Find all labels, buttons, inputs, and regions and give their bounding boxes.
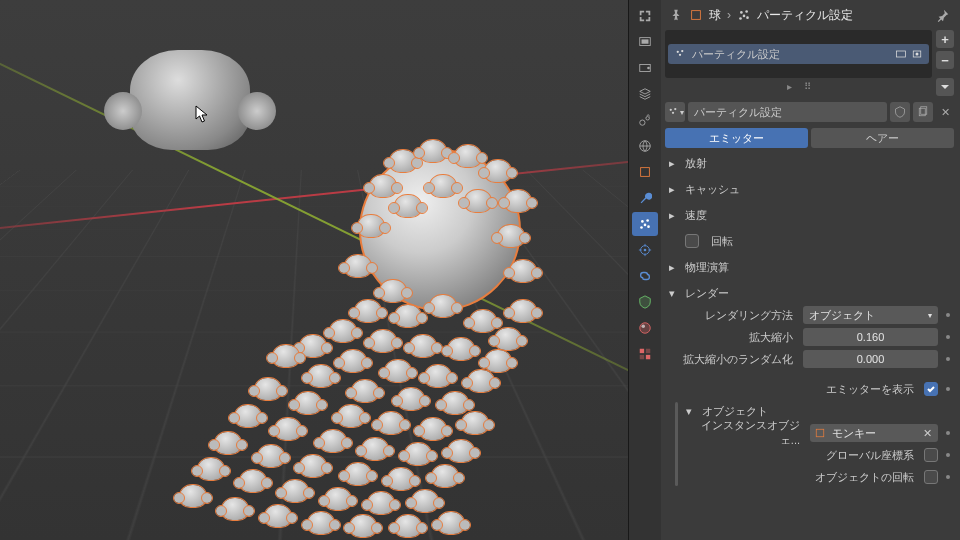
svg-point-24 [743,15,746,18]
particle-slot-icon [674,48,686,60]
datablock-browse-button[interactable]: ▾ [665,102,685,122]
data-tab[interactable] [632,290,658,314]
material-tab[interactable] [632,316,658,340]
keyframe-dot[interactable] [946,431,950,435]
pin-icon[interactable] [669,8,683,22]
object-name: 球 [709,7,721,24]
particle-settings-icon [737,8,751,22]
svg-rect-38 [816,429,824,437]
3d-viewport[interactable] [0,0,628,540]
svg-rect-30 [897,51,906,57]
unlink-datablock-button[interactable]: ✕ [936,103,954,121]
pin-toggle-icon[interactable] [936,8,950,22]
svg-rect-1 [642,39,649,43]
property-tabs [629,0,661,540]
svg-point-9 [646,219,649,222]
new-datablock-button[interactable] [913,102,933,122]
svg-point-25 [739,17,742,20]
datablock-field: ▾ パーティクル設定 ✕ [665,102,954,122]
particle-instances [0,0,628,540]
properties-editor: 球 › パーティクル設定 パーティクル設定 [628,0,960,540]
svg-rect-18 [646,349,650,353]
svg-point-33 [669,109,671,111]
keyframe-dot[interactable] [946,453,950,457]
svg-rect-19 [640,355,644,359]
list-resize-handle[interactable]: ▸ [787,81,792,92]
rotation-section-header[interactable]: ▸回転 [665,230,954,252]
render-section-header[interactable]: ▾レンダー [665,282,954,304]
instance-object-label: インスタンスオブジェ... [686,418,806,448]
object-rotation-checkbox[interactable] [924,470,938,484]
svg-point-14 [644,249,647,252]
mouse-cursor-icon [195,105,209,125]
object-rotation-label: オブジェクトの回転 [815,470,914,485]
fake-user-button[interactable] [890,102,910,122]
remove-slot-button[interactable]: − [936,51,954,69]
svg-rect-20 [646,355,650,359]
scale-label: 拡大縮小 [669,330,799,345]
svg-point-4 [640,120,645,125]
cache-section-header[interactable]: ▸キャッシュ [665,178,954,200]
object-tab[interactable] [632,160,658,184]
tool-tab[interactable] [632,4,658,28]
physics-tab[interactable] [632,238,658,262]
rotation-enable-checkbox[interactable] [685,234,699,248]
keyframe-dot[interactable] [946,313,950,317]
svg-point-34 [674,108,676,110]
velocity-section-header[interactable]: ▸速度 [665,204,954,226]
svg-point-11 [640,226,643,229]
render-as-label: レンダリング方法 [669,308,799,323]
global-coords-checkbox[interactable] [924,448,938,462]
svg-point-23 [745,10,748,13]
add-slot-button[interactable]: + [936,30,954,48]
svg-point-27 [677,51,679,53]
svg-point-5 [646,117,650,121]
svg-rect-7 [641,168,650,177]
breadcrumb: 球 › パーティクル設定 [665,4,954,26]
particle-type-tabs: エミッター ヘアー [665,128,954,148]
scale-random-input[interactable]: 0.000 [803,350,938,368]
render-tab[interactable] [632,30,658,54]
global-coords-label: グローバル座標系 [826,448,914,463]
show-emitter-label: エミッターを表示 [826,382,914,397]
svg-point-28 [681,50,683,52]
keyframe-dot[interactable] [946,387,950,391]
scene-tab[interactable] [632,108,658,132]
viewlayer-tab[interactable] [632,82,658,106]
svg-point-22 [740,11,743,14]
svg-rect-17 [640,349,644,353]
output-tab[interactable] [632,56,658,80]
keyframe-dot[interactable] [946,475,950,479]
mesh-icon [814,427,826,439]
svg-point-26 [746,16,749,19]
particle-slot-list[interactable]: パーティクル設定 [665,30,932,78]
texture-tab[interactable] [632,342,658,366]
slot-menu-button[interactable] [936,78,954,96]
svg-point-8 [641,220,644,223]
svg-point-32 [916,53,919,56]
display-toggle-icon[interactable] [895,48,907,60]
particles-tab[interactable] [632,212,658,236]
constraints-tab[interactable] [632,264,658,288]
scale-input[interactable]: 0.160 [803,328,938,346]
hair-tab[interactable]: ヘアー [811,128,954,148]
keyframe-dot[interactable] [946,357,950,361]
datablock-name-input[interactable]: パーティクル設定 [688,102,887,122]
keyframe-dot[interactable] [946,335,950,339]
svg-point-15 [640,323,651,334]
slot-name: パーティクル設定 [692,47,780,62]
instance-object-field[interactable]: モンキー ✕ [810,424,938,442]
svg-point-3 [647,67,650,70]
world-tab[interactable] [632,134,658,158]
render-as-dropdown[interactable]: オブジェクト▾ [803,306,938,324]
emitter-tab[interactable]: エミッター [665,128,808,148]
show-emitter-checkbox[interactable] [924,382,938,396]
svg-rect-21 [692,11,701,20]
svg-point-16 [642,325,646,329]
emission-section-header[interactable]: ▸放射 [665,152,954,174]
mesh-icon [689,8,703,22]
render-toggle-icon[interactable] [911,48,923,60]
list-grip-icon[interactable]: ⠿ [804,81,811,92]
physics-section-header[interactable]: ▸物理演算 [665,256,954,278]
modifier-tab[interactable] [632,186,658,210]
